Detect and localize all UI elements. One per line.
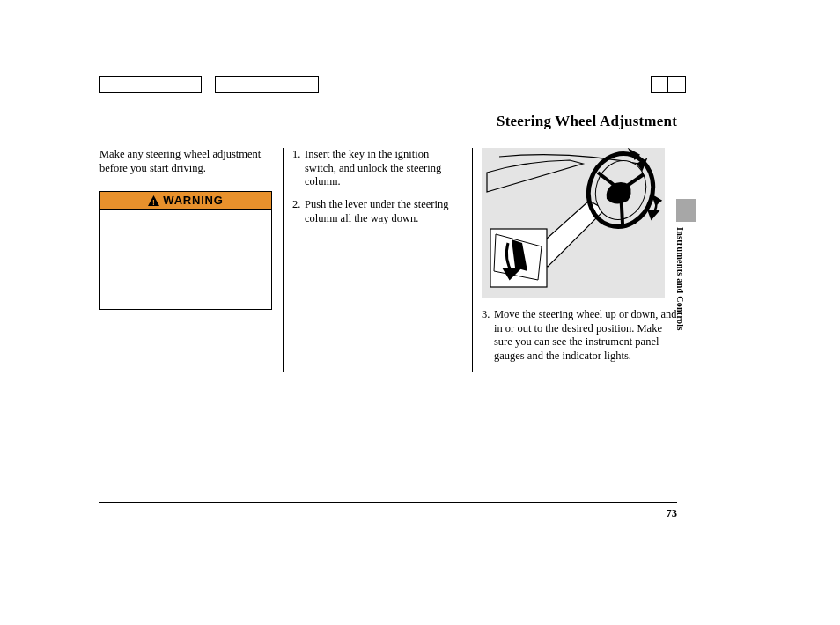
steering-wheel-figure [482,148,665,298]
column-1: Make any steering wheel adjustment befor… [99,148,283,372]
title-rule [99,136,677,136]
step-1: 1. Insert the key in the ignition switch… [292,148,463,189]
svg-marker-7 [630,151,638,158]
page-title: Steering Wheel Adjustment [99,113,677,130]
manual-page: Steering Wheel Adjustment Make any steer… [0,0,840,625]
warning-header: ! WARNING [100,192,271,210]
content-columns: Make any steering wheel adjustment befor… [99,148,677,372]
step-3: 3. Move the steering wheel up or down, a… [482,308,677,364]
crop-squares [651,76,686,93]
step-text: Move the steering wheel up or down, and … [494,308,677,364]
heading-area: Steering Wheel Adjustment [99,113,677,136]
page-number: 73 [667,507,678,520]
column-2: 1. Insert the key in the ignition switch… [283,148,473,372]
warning-triangle-icon: ! [148,195,159,206]
svg-text:!: ! [152,197,155,206]
svg-marker-9 [653,196,660,204]
warning-label: WARNING [163,194,223,208]
crop-box [215,76,319,93]
column-3: 3. Move the steering wheel up or down, a… [473,148,677,372]
step-number: 1. [292,148,305,189]
section-tab [676,199,696,222]
step-text: Push the lever under the steering column… [305,198,463,225]
crop-box [99,76,202,93]
step-2: 2. Push the lever under the steering col… [292,198,463,225]
footer-rule [99,502,677,503]
side-label: Instruments and Controls [675,227,685,331]
step-text: Insert the key in the ignition switch, a… [305,148,463,189]
warning-box: ! WARNING [99,191,272,310]
footer: 73 [99,502,677,503]
step-number: 3. [482,308,494,364]
svg-line-6 [621,190,623,224]
intro-text: Make any steering wheel adjustment befor… [99,148,276,175]
step-number: 2. [292,198,305,225]
svg-marker-10 [649,211,658,218]
